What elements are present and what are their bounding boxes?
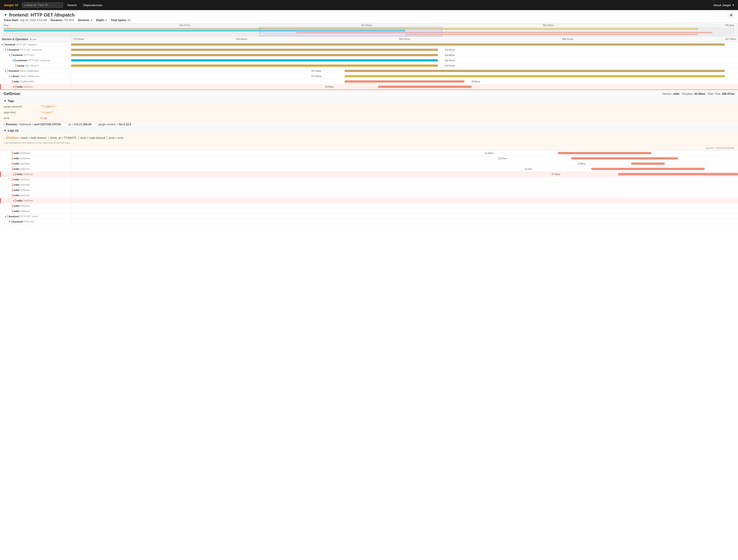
process-section-header[interactable]: › Process: hostname = joef-C02TX0LYHTDG … bbox=[0, 121, 738, 127]
expand-icon[interactable]: ▼ bbox=[8, 75, 11, 78]
tags-section-header[interactable]: ▼ Tags bbox=[0, 98, 738, 104]
span-timeline bbox=[71, 193, 738, 198]
service-bar bbox=[12, 80, 13, 83]
duration-label: 37.63ms bbox=[551, 173, 560, 175]
sort-collapse-icon[interactable]: » bbox=[35, 38, 36, 41]
minimap-label-3: 551.92ms bbox=[543, 24, 554, 27]
detail-start-time: Start Time: 340.37ms bbox=[708, 92, 734, 95]
span-row[interactable]: ▼ customer HTTP GET /customer 318.62ms bbox=[0, 58, 738, 63]
duration-label: 318.51ms bbox=[444, 64, 455, 67]
span-label: ⊘ redis GetDriver bbox=[1, 172, 72, 176]
log-entry[interactable]: › 373.67ms: event = redis timeout | driv… bbox=[4, 135, 734, 140]
minimap-label-2: 367.95ms bbox=[361, 24, 372, 27]
span-timeline: 247.09ms bbox=[71, 74, 738, 79]
span-row[interactable]: ⊘ redis GetDriver bbox=[0, 198, 738, 203]
duration-label: 318.62ms bbox=[444, 59, 455, 62]
span-label: ▼ frontend Driver::findNearest bbox=[0, 69, 71, 73]
span-timeline: 318.62ms bbox=[71, 58, 738, 63]
trace-header: ▼ frontend: HTTP GET /dispatch ⌘ Trace S… bbox=[0, 10, 738, 23]
span-label: ▼ driver Driver::findNearest bbox=[0, 74, 71, 78]
span-bar bbox=[591, 168, 705, 170]
services-label: Services: 6 bbox=[78, 19, 92, 22]
collapse-icon[interactable]: ▼ bbox=[4, 13, 7, 17]
span-bar bbox=[71, 54, 438, 56]
span-row[interactable]: redis GetDriver 11.55ms bbox=[0, 150, 738, 156]
span-row[interactable]: ▼ frontend HTTP GET 318.96ms bbox=[0, 53, 738, 58]
service-bar bbox=[12, 204, 13, 207]
minimap-canvas[interactable] bbox=[4, 27, 734, 36]
span-row[interactable]: redis GetDriver bbox=[0, 177, 738, 182]
span-row[interactable]: mysql SQL SELECT 318.51ms bbox=[0, 63, 738, 68]
trace-id-input[interactable] bbox=[22, 2, 63, 8]
expand-icon[interactable]: ▼ bbox=[5, 49, 7, 51]
detail-title: GetDriver bbox=[4, 92, 20, 96]
span-row[interactable]: redis GetDriver 3.48ms bbox=[0, 161, 738, 166]
process-fields: hostname = joef-C02TX0LYHTDG ip = 172.17… bbox=[19, 123, 135, 126]
sort-asc-icon[interactable]: ∧ bbox=[30, 38, 31, 41]
span-row[interactable]: redis GetDriver bbox=[0, 182, 738, 187]
expand-icon[interactable]: ▼ bbox=[1, 43, 3, 46]
log-hint: Log timestamps are relative to the start… bbox=[0, 141, 738, 145]
span-row[interactable]: ▼ frontend HTTP GET bbox=[0, 219, 738, 224]
span-bar bbox=[71, 49, 438, 51]
expand-icon[interactable]: ▼ bbox=[12, 59, 14, 62]
span-row[interactable]: ▼ driver Driver::findNearest 247.09ms bbox=[0, 74, 738, 79]
search-button[interactable]: Search bbox=[65, 3, 79, 8]
span-bar bbox=[618, 173, 738, 175]
span-row[interactable]: ⊘ redis GetDriver 37.63ms bbox=[0, 172, 738, 177]
sort-expand-icon[interactable]: » bbox=[33, 38, 34, 41]
service-bar bbox=[12, 194, 13, 197]
service-bar bbox=[11, 53, 12, 57]
span-row[interactable]: redis GetDriver bbox=[0, 193, 738, 198]
sort-desc-icon[interactable]: › bbox=[32, 38, 33, 41]
span-row[interactable]: redis FindDriverIDs 20.84ms bbox=[0, 79, 738, 84]
span-label: redis GetDriver bbox=[0, 188, 71, 192]
span-label: redis GetDriver bbox=[0, 151, 71, 155]
duration-label: 247.44ms bbox=[311, 70, 321, 72]
span-label: ⊘ redis GetDriver bbox=[1, 85, 72, 89]
service-bar bbox=[7, 215, 8, 218]
span-timeline bbox=[71, 187, 738, 192]
span-timeline: 318.51ms bbox=[71, 63, 738, 68]
span-label: ▼ frontend HTTP GET bbox=[0, 53, 71, 57]
span-timeline: 318.97ms bbox=[71, 47, 738, 52]
tags-label: Tags bbox=[8, 99, 14, 103]
logs-content: › 373.67ms: event = redis timeout | driv… bbox=[0, 133, 738, 141]
span-row[interactable]: redis GetDriver 12.67ms bbox=[0, 156, 738, 161]
span-timeline: 318.96ms bbox=[71, 53, 738, 58]
dependencies-button[interactable]: Dependencies bbox=[81, 3, 104, 8]
expand-icon[interactable]: ▼ bbox=[5, 70, 7, 72]
span-row[interactable]: ▼ frontend HTTP GET: /customer 318.97ms bbox=[0, 47, 738, 53]
span-row[interactable]: redis GetDriver bbox=[0, 208, 738, 214]
duration-label: 33.34ms bbox=[325, 86, 334, 88]
service-bar bbox=[16, 64, 16, 67]
span-row[interactable]: ▼ frontend HTTP GET /dispatch bbox=[0, 42, 738, 47]
keyboard-shortcut-icon: ⌘ bbox=[728, 13, 734, 18]
span-row[interactable]: redis GetDriver 13.2ms bbox=[0, 166, 738, 172]
expand-icon[interactable]: ▼ bbox=[8, 54, 11, 56]
span-row[interactable]: ▼ frontend Driver::findNearest 247.44ms bbox=[0, 68, 738, 74]
service-bar bbox=[11, 75, 12, 78]
span-row[interactable]: ▼ frontend HTTP GET: /route bbox=[0, 214, 738, 219]
span-timeline bbox=[71, 208, 738, 214]
navbar: Jaeger UI Search Dependencies About Jaeg… bbox=[0, 0, 738, 10]
span-row[interactable]: redis GetDriver bbox=[0, 187, 738, 193]
page-title: frontend: HTTP GET /dispatch bbox=[9, 12, 75, 18]
process-label: Process: bbox=[6, 123, 18, 126]
span-row[interactable]: redis GetDriver bbox=[0, 203, 738, 208]
span-timeline: 247.44ms bbox=[71, 68, 738, 73]
about-jaeger-button[interactable]: About Jaeger bbox=[713, 3, 731, 7]
duration-label: 13.2ms bbox=[525, 168, 532, 170]
span-bar bbox=[558, 152, 652, 154]
col-service-header: Service & Operation ∧ › » » bbox=[0, 37, 71, 42]
duration-label: 247.09ms bbox=[311, 75, 321, 78]
span-row[interactable]: ⊘ redis GetDriver 33.34ms bbox=[0, 84, 738, 89]
span-label: redis GetDriver bbox=[0, 193, 71, 197]
expand-icon[interactable]: ▼ bbox=[5, 215, 7, 218]
navbar-right: About Jaeger ▼ bbox=[713, 3, 734, 7]
span-label: mysql SQL SELECT bbox=[0, 64, 71, 68]
logs-section-header[interactable]: ▼ Logs (1) bbox=[0, 128, 738, 133]
trace-meta: Trace Start: July 24, 2018 9:53 AM Durat… bbox=[4, 19, 734, 22]
expand-icon[interactable]: ▼ bbox=[8, 220, 11, 223]
span-label: redis GetDriver bbox=[0, 161, 71, 166]
